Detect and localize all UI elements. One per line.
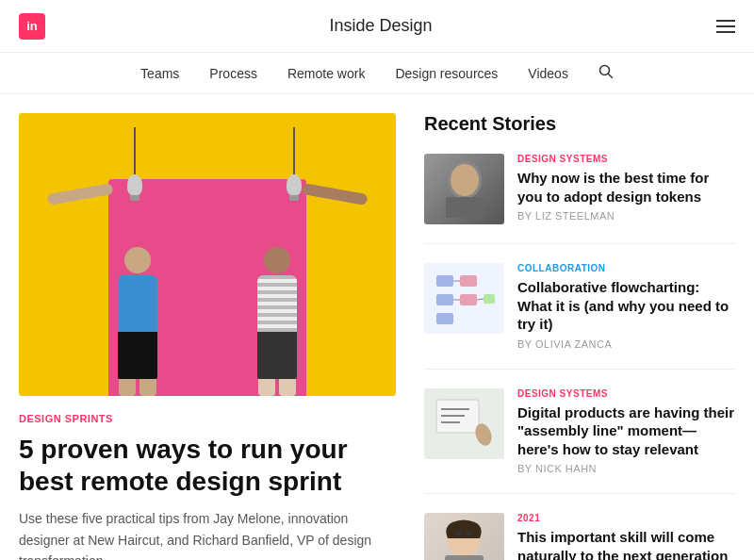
hamburger-line	[716, 25, 735, 27]
story-category: COLLABORATION	[517, 263, 735, 273]
hamburger-menu[interactable]	[716, 20, 735, 33]
svg-line-1	[608, 74, 612, 77]
svg-rect-5	[436, 275, 453, 287]
svg-rect-20	[445, 555, 484, 560]
story-card[interactable]: 2021 This important skill will come natu…	[424, 513, 735, 560]
story-category: DESIGN SYSTEMS	[517, 154, 735, 164]
logo-area: in	[19, 13, 45, 40]
svg-rect-7	[436, 313, 453, 324]
story-card[interactable]: DESIGN SYSTEMS Digital products are havi…	[424, 388, 735, 495]
nav-item-remote-work[interactable]: Remote work	[287, 66, 365, 81]
svg-line-13	[477, 299, 484, 300]
story-category: DESIGN SYSTEMS	[517, 388, 735, 399]
svg-rect-10	[484, 294, 495, 304]
story-content: DESIGN SYSTEMS Why now is the best time …	[517, 154, 735, 224]
story-content: 2021 This important skill will come natu…	[517, 513, 735, 560]
story-card[interactable]: COLLABORATION Collaborative flowcharting…	[424, 263, 735, 370]
recent-stories-title: Recent Stories	[424, 113, 735, 135]
story-author: BY NICK HAHN	[517, 463, 735, 474]
story-thumbnail	[424, 154, 504, 224]
story-thumbnail	[424, 263, 504, 334]
featured-article: DESIGN SPRINTS 5 proven ways to run your…	[19, 113, 396, 560]
story-author: BY LIZ STEELMAN	[517, 210, 735, 222]
story-title: This important skill will come naturally…	[517, 528, 735, 560]
svg-rect-6	[436, 294, 453, 305]
story-category: 2021	[517, 513, 735, 523]
article-title: 5 proven ways to run your best remote de…	[19, 434, 396, 497]
story-title: Collaborative flowcharting: What it is (…	[517, 278, 735, 334]
svg-rect-8	[460, 275, 477, 287]
svg-rect-9	[460, 294, 477, 305]
nav-item-process[interactable]: Process	[209, 66, 257, 81]
story-content: COLLABORATION Collaborative flowcharting…	[517, 263, 735, 350]
nav-item-videos[interactable]: Videos	[528, 66, 568, 81]
hamburger-line	[716, 31, 735, 33]
invision-logo[interactable]: in	[19, 13, 45, 40]
svg-rect-4	[446, 197, 484, 218]
story-title: Digital products are having their "assem…	[517, 404, 735, 459]
svg-point-21	[456, 530, 462, 535]
story-content: DESIGN SYSTEMS Digital products are havi…	[517, 388, 735, 475]
svg-point-3	[451, 164, 479, 196]
site-title: Inside Design	[329, 16, 432, 36]
article-excerpt: Use these five practical tips from Jay M…	[19, 508, 396, 560]
logo-text: in	[26, 19, 38, 33]
nav-item-design-resources[interactable]: Design resources	[395, 66, 498, 81]
main-content: DESIGN SPRINTS 5 proven ways to run your…	[0, 94, 754, 560]
hero-image	[19, 113, 396, 396]
story-thumbnail	[424, 388, 504, 459]
search-icon[interactable]	[598, 64, 614, 83]
article-tag: DESIGN SPRINTS	[19, 413, 396, 424]
recent-stories-section: Recent Stories DESIGN SYSTEMS Why now is…	[424, 113, 735, 560]
story-card[interactable]: DESIGN SYSTEMS Why now is the best time …	[424, 154, 735, 244]
story-thumbnail	[424, 513, 504, 560]
site-header: in Inside Design	[0, 0, 754, 53]
story-author: BY OLIVIA ZANCA	[517, 338, 735, 350]
hamburger-line	[716, 20, 735, 22]
main-nav: Teams Process Remote work Design resourc…	[0, 53, 754, 94]
story-title: Why now is the best time for you to adop…	[517, 169, 735, 206]
svg-point-22	[466, 530, 471, 535]
nav-item-teams[interactable]: Teams	[140, 66, 179, 81]
